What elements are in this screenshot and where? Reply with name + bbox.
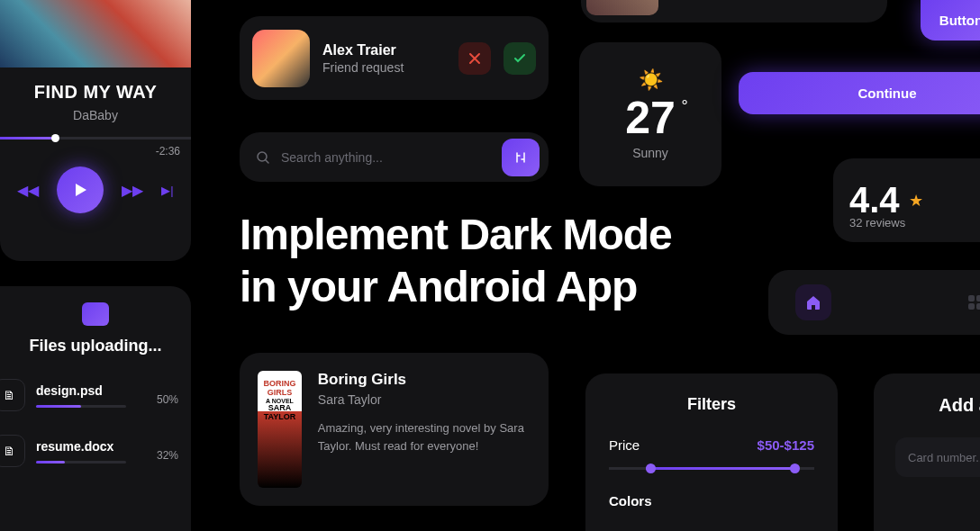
- weather-card: ☀️ 27° Sunny: [579, 42, 721, 186]
- button-primary[interactable]: Button: [921, 0, 980, 40]
- file-icon: 🗎: [0, 435, 25, 467]
- files-card: Files uploading... 🗎 design.psd 50% 🗎 re…: [0, 286, 191, 531]
- book-author: Sara Taylor: [318, 392, 531, 407]
- skip-end-icon[interactable]: ▶|: [161, 184, 173, 197]
- filters-title: Filters: [609, 395, 814, 414]
- continue-button[interactable]: Continue: [739, 72, 980, 114]
- track-progress[interactable]: [0, 137, 191, 140]
- home-icon[interactable]: [795, 284, 831, 320]
- grid-icon[interactable]: [957, 284, 980, 320]
- star-icon: ★: [909, 191, 923, 211]
- search-bar: [240, 132, 549, 182]
- track-time: -2:36: [0, 145, 180, 158]
- rating-score: 4.4: [849, 180, 900, 220]
- add-card: Add a Card number...: [874, 374, 980, 531]
- accept-button[interactable]: [504, 42, 536, 75]
- card-number-input[interactable]: Card number...: [895, 437, 980, 477]
- nav-pills: [768, 270, 980, 335]
- price-label: Price: [609, 437, 640, 453]
- album-art: [0, 0, 191, 68]
- filters-card: Filters Price $50-$125 Colors: [585, 374, 838, 531]
- search-input[interactable]: [281, 150, 491, 165]
- add-card-title: Add a: [895, 395, 980, 416]
- rating-card: 4.4 ★ 32 reviews 54321: [833, 158, 980, 242]
- svg-rect-4: [976, 303, 980, 310]
- price-slider[interactable]: [609, 467, 814, 470]
- weather-condition: Sunny: [632, 146, 668, 160]
- track-title: FIND MY WAY: [0, 82, 191, 103]
- svg-rect-2: [976, 295, 980, 302]
- rating-reviews: 32 reviews: [849, 216, 905, 230]
- file-percent: 50%: [157, 393, 178, 406]
- file-row: 🗎 resume.docx 32%: [13, 435, 178, 467]
- next-icon[interactable]: ▶▶: [122, 182, 143, 199]
- svg-rect-1: [968, 295, 975, 302]
- book-title: Boring Girls: [318, 371, 531, 389]
- price-value: $50-$125: [758, 437, 814, 453]
- track-artist: DaBaby: [0, 108, 191, 122]
- sun-icon: ☀️: [639, 68, 663, 92]
- svg-rect-3: [968, 303, 975, 310]
- search-icon: [256, 150, 270, 165]
- book-card: BORINGGIRLS A NOVEL SARATAYLOR Boring Gi…: [240, 353, 549, 506]
- files-title: Files uploading...: [13, 337, 178, 356]
- friend-subtitle: Friend request: [322, 60, 446, 75]
- friend-name: Alex Traier: [322, 42, 446, 58]
- reject-button[interactable]: [458, 42, 491, 75]
- book-description: Amazing, very interesting novel by Sara …: [318, 419, 531, 454]
- music-player: FIND MY WAY DaBaby -2:36 ◀◀ ▶▶ ▶|: [0, 0, 191, 261]
- friend-request-card: Alex Traier Friend request: [240, 16, 549, 100]
- colors-label: Colors: [609, 493, 814, 508]
- file-icon: 🗎: [0, 379, 25, 411]
- headline: Implement Dark Mode in your Android App: [240, 209, 672, 312]
- filter-button[interactable]: [502, 139, 540, 176]
- file-row: 🗎 design.psd 50%: [13, 379, 178, 411]
- folder-icon: [82, 302, 109, 326]
- avatar: [252, 30, 310, 87]
- temperature: 27°: [625, 92, 676, 144]
- file-percent: 32%: [157, 449, 178, 462]
- strip-thumbnail: [586, 0, 658, 15]
- prev-icon[interactable]: ◀◀: [17, 182, 39, 199]
- book-cover: BORINGGIRLS A NOVEL SARATAYLOR: [258, 371, 302, 488]
- play-button[interactable]: [57, 166, 104, 213]
